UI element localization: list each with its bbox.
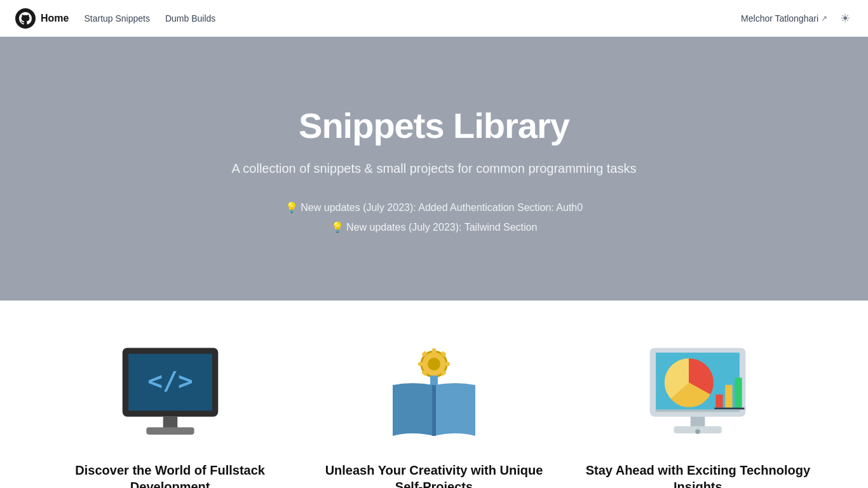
card-selfprojects: Unleash Your Creativity with Unique Self… — [315, 339, 553, 488]
hero-subtitle: A collection of snippets & small project… — [232, 161, 637, 176]
card-fullstack: </> Discover the World of Fullstack Deve… — [51, 339, 289, 488]
hero-section: Snippets Library A collection of snippet… — [0, 37, 868, 301]
svg-rect-7 — [432, 348, 436, 355]
svg-rect-9 — [418, 362, 424, 366]
hero-update-1: 💡 New updates (July 2023): Added Authent… — [285, 201, 583, 214]
user-profile-link[interactable]: Melchor Tatlonghari ↗ — [741, 13, 827, 24]
svg-rect-16 — [432, 385, 436, 436]
svg-point-6 — [428, 358, 440, 370]
theme-toggle-button[interactable]: ☀ — [837, 9, 853, 28]
svg-rect-24 — [691, 417, 705, 428]
card-insights-title: Stay Ahead with Exciting Technology Insi… — [579, 462, 817, 488]
svg-rect-10 — [444, 362, 450, 366]
external-link-icon: ↗ — [821, 14, 827, 23]
card-insights-image — [634, 339, 761, 447]
card-fullstack-title: Discover the World of Fullstack Developm… — [51, 462, 289, 488]
navbar-left: Home Startup Snippets Dumb Builds — [15, 8, 215, 29]
brand-label: Home — [41, 13, 69, 24]
svg-text:</>: </> — [147, 366, 193, 395]
svg-rect-21 — [726, 385, 733, 408]
svg-rect-15 — [430, 376, 438, 385]
svg-rect-22 — [735, 377, 742, 407]
card-selfprojects-title: Unleash Your Creativity with Unique Self… — [315, 462, 553, 488]
hero-update-2: 💡 New updates (July 2023): Tailwind Sect… — [331, 221, 538, 233]
github-icon — [15, 8, 36, 29]
svg-rect-3 — [163, 417, 177, 429]
hero-updates: 💡 New updates (July 2023): Added Authent… — [285, 201, 583, 233]
svg-point-27 — [696, 429, 701, 434]
svg-rect-26 — [656, 409, 740, 412]
user-name: Melchor Tatlonghari — [741, 13, 818, 24]
startup-snippets-link[interactable]: Startup Snippets — [84, 11, 150, 26]
navbar: Home Startup Snippets Dumb Builds Melcho… — [0, 0, 868, 37]
cards-section: </> Discover the World of Fullstack Deve… — [0, 301, 868, 488]
navbar-right: Melchor Tatlonghari ↗ ☀ — [741, 9, 853, 28]
brand-home-link[interactable]: Home — [15, 8, 69, 29]
card-selfprojects-image — [370, 339, 498, 447]
card-insights: Stay Ahead with Exciting Technology Insi… — [579, 339, 817, 488]
card-fullstack-image: </> — [107, 339, 234, 447]
dumb-builds-link[interactable]: Dumb Builds — [165, 11, 215, 26]
svg-rect-4 — [146, 428, 194, 435]
hero-title: Snippets Library — [299, 105, 569, 146]
svg-rect-23 — [715, 408, 745, 410]
svg-rect-20 — [716, 395, 723, 408]
